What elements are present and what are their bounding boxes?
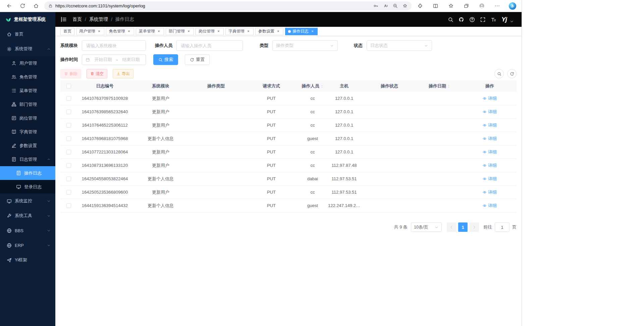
user-avatar[interactable]: Yj	[501, 16, 507, 23]
sidebar-item-system-mgmt[interactable]: 系统管理	[0, 42, 55, 56]
breadcrumb-item[interactable]: 系统管理	[89, 16, 108, 22]
row-checkbox[interactable]	[66, 203, 71, 208]
tab-dict-mgmt[interactable]: 字典管理×	[225, 28, 254, 35]
font-size-icon[interactable]	[491, 17, 496, 22]
copilot-button[interactable]: b	[507, 1, 518, 11]
fullscreen-icon[interactable]	[480, 17, 486, 22]
sidebar-item-bbs[interactable]: BBS	[0, 223, 55, 238]
detail-link[interactable]: 详细	[483, 162, 497, 169]
sidebar-item-post-mgmt[interactable]: 岗位管理	[0, 111, 55, 125]
sidebar-item-dept-mgmt[interactable]: 部门管理	[0, 97, 55, 111]
prev-page-button[interactable]	[447, 222, 456, 232]
column-date[interactable]: 操作日期	[416, 83, 463, 89]
reset-button[interactable]: 重置	[185, 54, 210, 65]
row-checkbox[interactable]	[66, 150, 71, 154]
detail-link[interactable]: 详细	[483, 189, 497, 195]
sidebar-item-system-monitor[interactable]: 系统监控	[0, 194, 55, 208]
close-tab-icon[interactable]: ×	[276, 29, 280, 34]
export-button[interactable]: 导出	[113, 69, 133, 78]
detail-link[interactable]: 详细	[483, 136, 497, 142]
sidebar-item-system-tools[interactable]: 系统工具	[0, 208, 55, 223]
sidebar-item-user-mgmt[interactable]: 用户管理	[0, 56, 55, 70]
zoom-out-icon[interactable]	[393, 3, 398, 8]
sidebar-item-param-settings[interactable]: 参数设置	[0, 139, 55, 152]
read-aloud-icon[interactable]	[383, 3, 388, 8]
breadcrumb-item[interactable]: 首页	[72, 16, 82, 22]
sidebar-item-yi-frame[interactable]: Yi框架	[0, 253, 55, 267]
profile-button[interactable]	[476, 1, 487, 11]
close-tab-icon[interactable]: ×	[157, 29, 161, 34]
sidebar-item-operation-log[interactable]: 操作日志	[0, 166, 55, 180]
back-button[interactable]	[3, 1, 15, 11]
sidebar-item-role-mgmt[interactable]: 角色管理	[0, 70, 55, 84]
date-range-input[interactable]: 开始日期 - 结束日期	[82, 54, 146, 65]
sidebar-item-dict-mgmt[interactable]: 字典管理	[0, 125, 55, 139]
search-icon[interactable]	[448, 17, 453, 22]
key-icon[interactable]	[373, 3, 378, 8]
operator-input[interactable]	[176, 40, 243, 51]
row-checkbox[interactable]	[66, 96, 71, 101]
row-checkbox[interactable]	[66, 110, 71, 114]
sidebar-item-erp[interactable]: ERP	[0, 238, 55, 253]
sidebar-toggle-icon[interactable]	[60, 16, 67, 23]
tab-operation-log[interactable]: 操作日志×	[285, 28, 318, 35]
extensions-button[interactable]	[414, 1, 426, 11]
sidebar-item-menu-mgmt[interactable]: 菜单管理	[0, 84, 55, 97]
tab-role-mgmt[interactable]: 角色管理×	[106, 28, 134, 35]
sidebar-item-login-log[interactable]: 登录日志	[0, 180, 55, 194]
page-1-button[interactable]: 1	[458, 222, 468, 232]
detail-link[interactable]: 详细	[483, 109, 497, 115]
page-size-select[interactable]: 10条/页	[411, 222, 442, 232]
next-page-button[interactable]	[470, 222, 479, 232]
tab-dept-mgmt[interactable]: 部门管理×	[166, 28, 194, 35]
address-bar[interactable]: https://ccnetcore.com:1101/system/log/op…	[44, 1, 412, 10]
chevron-down-icon	[47, 244, 51, 247]
detail-link[interactable]: 详细	[483, 203, 497, 209]
close-tab-icon[interactable]: ×	[246, 29, 251, 34]
detail-link[interactable]: 详细	[483, 95, 497, 102]
select-all-checkbox[interactable]	[66, 84, 71, 88]
column-operator[interactable]: 操作人员	[300, 83, 326, 89]
refresh-table-button[interactable]	[507, 69, 517, 78]
github-icon[interactable]	[459, 17, 464, 22]
toggle-search-button[interactable]	[494, 69, 504, 78]
home-button[interactable]	[30, 1, 42, 11]
detail-link[interactable]: 详细	[483, 122, 497, 128]
collections-button[interactable]	[461, 1, 472, 11]
type-select[interactable]: 操作类型	[272, 40, 338, 51]
row-checkbox[interactable]	[66, 177, 71, 181]
detail-link[interactable]: 详细	[483, 176, 497, 182]
refresh-button[interactable]	[17, 1, 28, 11]
more-button[interactable]	[491, 1, 503, 11]
search-button[interactable]: 搜索	[153, 54, 178, 65]
tab-home[interactable]: 首页	[60, 28, 74, 35]
status-select[interactable]: 日志状态	[367, 40, 432, 51]
tab-user-mgmt[interactable]: 用户管理×	[76, 28, 104, 35]
detail-link[interactable]: 详细	[483, 149, 497, 155]
back-icon	[6, 3, 12, 9]
row-checkbox[interactable]	[66, 190, 71, 195]
row-checkbox[interactable]	[66, 163, 71, 168]
tab-param-settings[interactable]: 参数设置×	[255, 28, 283, 35]
tab-menu-mgmt[interactable]: 菜单管理×	[136, 28, 164, 35]
sidebar-item-home[interactable]: 首页	[0, 27, 55, 42]
row-checkbox[interactable]	[66, 123, 71, 128]
row-checkbox[interactable]	[66, 136, 71, 141]
split-screen-button[interactable]	[430, 1, 441, 11]
clear-button[interactable]: 清空	[87, 69, 107, 78]
close-tab-icon[interactable]: ×	[127, 29, 131, 34]
sidebar-item-log-mgmt[interactable]: 日志管理	[0, 152, 55, 166]
close-tab-icon[interactable]: ×	[310, 29, 315, 34]
close-tab-icon[interactable]: ×	[186, 29, 191, 34]
favorites-bar-button[interactable]	[445, 1, 457, 11]
star-add-icon[interactable]	[402, 3, 408, 8]
tab-post-mgmt[interactable]: 岗位管理×	[196, 28, 224, 35]
goto-page-input[interactable]	[495, 222, 509, 232]
module-input[interactable]	[82, 40, 146, 51]
close-tab-icon[interactable]: ×	[216, 29, 221, 34]
delete-button[interactable]: 删除	[60, 69, 81, 78]
trash-icon	[64, 72, 68, 76]
question-icon[interactable]	[469, 17, 475, 22]
close-tab-icon[interactable]: ×	[97, 29, 101, 34]
trash-icon	[90, 72, 94, 76]
